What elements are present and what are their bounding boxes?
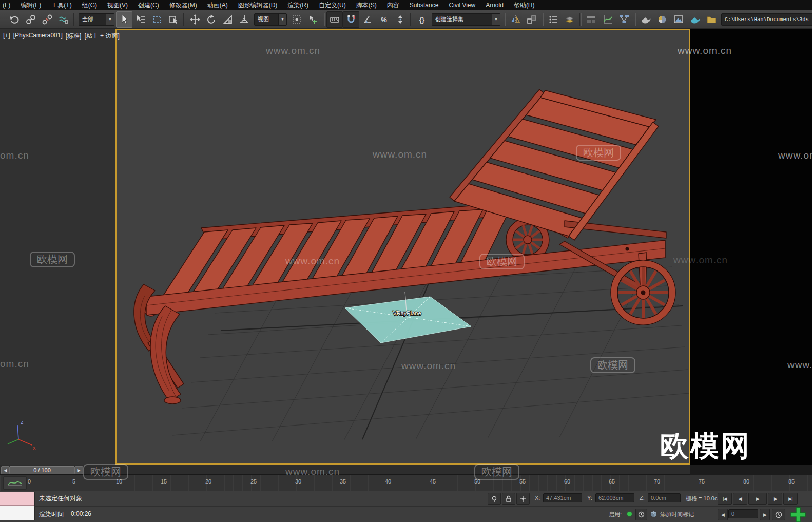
menu-substance[interactable]: Substance [404,0,444,10]
time-configuration-icon[interactable] [772,509,785,520]
keyboard-override-icon[interactable] [326,11,343,28]
listener-script-pane[interactable] [0,506,34,520]
select-by-name-icon[interactable] [132,11,149,28]
menu-civil-view[interactable]: Civil View [443,0,480,10]
menu-customize[interactable]: 自定义(U) [314,0,351,10]
angle-snap-icon[interactable] [359,11,376,28]
menu-edit[interactable]: 编辑(E) [15,0,46,10]
link-icon[interactable] [23,11,39,28]
menu-rendering[interactable]: 渲染(R) [282,0,314,10]
menu-graph-editors[interactable]: 图形编辑器(D) [233,0,283,10]
menu-content[interactable]: 内容 [382,0,404,10]
render-setup-icon[interactable] [637,11,654,28]
goto-end-button[interactable]: ▶| [783,493,798,505]
menu-group[interactable]: 组(G) [77,0,102,10]
green-plus-icon[interactable] [789,506,807,522]
status-bar: 未选定任何对象 X: 47.431cm Y: 62.003cm Z: 0.0cm… [0,491,812,522]
viewport-general-menu[interactable]: [+] [3,32,10,41]
previous-frame-button[interactable]: ◀| [733,493,747,505]
rendered-frame-icon[interactable] [670,11,687,28]
material-editor-icon[interactable] [654,11,670,28]
coord-x-field[interactable]: 47.431cm [543,493,582,502]
menu-help[interactable]: 帮助(H) [509,0,540,10]
viewport-pov-menu[interactable]: [PhysCamera001] [13,32,63,41]
manipulate-icon[interactable] [305,11,321,28]
track-tick: 5 [72,478,75,485]
next-frame-button[interactable]: |▶ [768,493,782,505]
grid-size-label: 栅格 = 10.0cm [686,495,722,502]
scene-explorer-icon[interactable] [545,11,562,28]
rectangular-region-icon[interactable] [149,11,165,28]
menu-animation[interactable]: 动画(A) [202,0,233,10]
track-bar[interactable]: 0 5 10 15 20 25 30 35 40 45 50 55 60 65 … [0,475,812,491]
reference-coordinate-dropdown[interactable]: 视图 ▼ [254,13,287,26]
ribbon-icon[interactable] [583,11,600,28]
align-icon[interactable] [524,11,540,28]
render-icon[interactable] [687,11,703,28]
viewport-standard-menu[interactable]: [标准] [66,32,82,41]
rotate-icon[interactable] [203,11,220,28]
percent-snap-icon[interactable]: % [376,11,392,28]
project-path-dropdown[interactable]: C:\Users\Han\Documents\3ds Max 2022 ▼ [721,13,812,26]
move-icon[interactable] [187,11,203,28]
play-button[interactable]: ▶ [748,493,767,505]
snap-3d-icon[interactable]: 3 [343,11,359,28]
selection-lock-icon[interactable] [502,493,515,505]
absolute-mode-icon[interactable] [516,493,530,505]
select-object-button[interactable] [116,11,132,28]
track-tick: 20 [205,478,211,485]
bind-spacewarp-icon[interactable] [55,11,72,28]
viewport[interactable]: VRayPlane z x [0,29,690,465]
layer-manager-icon[interactable] [562,11,578,28]
spinner-snap-icon[interactable] [392,11,409,28]
next-frame-arrow-icon[interactable]: ▶ [74,466,83,474]
schematic-view-icon[interactable] [616,11,632,28]
time-slider-track[interactable]: ◀ 0 / 100 ▶ [0,465,690,475]
track-tick: 10 [116,478,122,485]
menu-file[interactable]: (F) [0,0,15,10]
selection-filter-dropdown[interactable]: 全部 ▼ [79,13,114,26]
reference-coordinate-label: 视图 [255,15,278,23]
unlink-icon[interactable] [39,11,55,28]
scale-icon[interactable] [220,11,236,28]
selection-set-dropdown[interactable]: 创建选择集 ▼ [432,13,500,26]
named-sets-icon[interactable]: {} [414,11,430,28]
coord-z-field[interactable]: 0.0cm [648,493,681,502]
menu-scripting[interactable]: 脚本(S) [351,0,382,10]
toolbar-separator [579,13,582,26]
svg-text:z: z [21,419,24,425]
maxscript-mini-listener[interactable] [0,492,35,520]
isolate-selection-icon[interactable] [488,493,501,505]
menu-modifiers[interactable]: 修改器(M) [164,0,202,10]
menu-views[interactable]: 视图(V) [102,0,133,10]
svg-text:%: % [381,16,387,24]
track-tick: 65 [609,478,615,485]
selection-set-label: 创建选择集 [432,15,492,23]
undo-icon[interactable] [6,11,23,28]
mini-curve-editor-icon[interactable] [3,476,27,490]
time-slider-handle[interactable]: ◀ 0 / 100 ▶ [1,466,83,474]
toolbar-separator [410,13,412,26]
curve-editor-icon[interactable] [600,11,616,28]
previous-frame-arrow-icon[interactable]: ◀ [1,466,10,474]
track-tick: 80 [743,478,749,485]
add-time-tag[interactable]: 添加时间标记 [660,511,694,518]
viewport-shading-menu[interactable]: [粘土 + 边面] [84,32,119,41]
goto-start-button[interactable]: |◀ [718,493,732,505]
coord-y-field[interactable]: 62.003cm [595,493,634,502]
listener-macro-pane[interactable] [0,492,34,506]
menu-arnold[interactable]: Arnold [480,0,509,10]
menu-tools[interactable]: 工具(T) [46,0,76,10]
front-wheel[interactable] [611,260,675,325]
svg-text:{}: {} [419,16,424,24]
frame-back-arrow-icon[interactable]: ◀ [718,509,728,520]
window-crossing-icon[interactable] [165,11,182,28]
placement-icon[interactable] [236,11,253,28]
current-frame-field[interactable]: 0 [728,509,758,518]
mirror-icon[interactable] [507,11,524,28]
menu-create[interactable]: 创建(C) [133,0,164,10]
frame-forward-arrow-icon[interactable]: ▶ [760,509,770,520]
use-pivot-center-icon[interactable] [288,11,305,28]
project-folder-icon[interactable] [703,11,720,28]
adaptive-degradation-icon[interactable] [635,509,647,520]
